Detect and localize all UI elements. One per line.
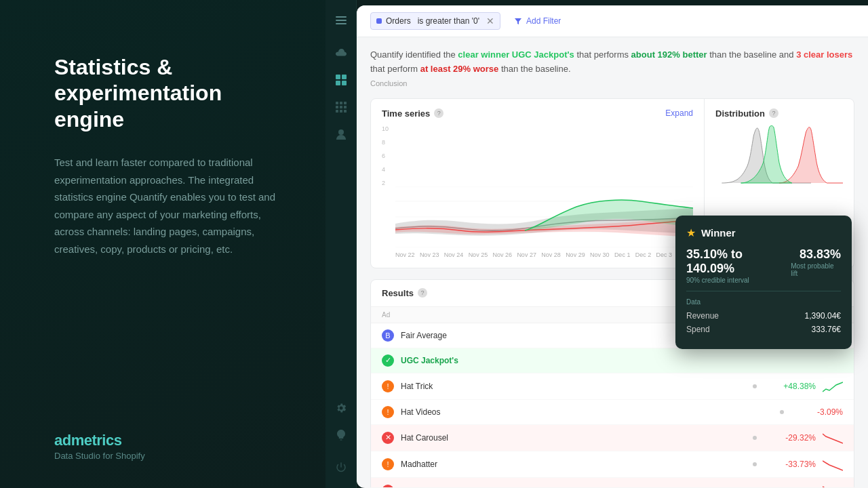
conclusion-label: Conclusion bbox=[370, 79, 854, 87]
svg-rect-3 bbox=[336, 75, 340, 79]
row-name-hat-carousel: Hat Carousel bbox=[401, 433, 741, 443]
star-icon: ★ bbox=[686, 226, 696, 239]
filter-icon bbox=[514, 17, 522, 25]
row-percent-hat-videos: -3.09% bbox=[795, 407, 843, 417]
winner-tooltip-label: Winner bbox=[701, 227, 736, 239]
row-icon-madhatter: ! bbox=[382, 458, 394, 470]
row-percent-madhatter: -33.73% bbox=[768, 460, 816, 469]
spend-row: Spend 333.76€ bbox=[686, 325, 841, 334]
brand-area: admetrics Data Studio for Shopify bbox=[54, 432, 285, 461]
distribution-help-icon[interactable]: ? bbox=[769, 108, 778, 118]
table-row[interactable]: ✕ Hat Carousel -29.32% bbox=[371, 425, 854, 451]
row-name-ugc2-video: UGC 2 Video bbox=[401, 486, 741, 487]
spend-value: 333.76€ bbox=[812, 325, 841, 334]
row-bar-hat-carousel bbox=[748, 436, 762, 440]
row-percent-hat-trick: +48.38% bbox=[768, 382, 816, 391]
revenue-value: 1,390.04€ bbox=[805, 311, 841, 321]
sidebar-icon-power[interactable] bbox=[329, 455, 353, 480]
sidebar-icon-user[interactable] bbox=[329, 122, 353, 146]
main-content: Orders is greater than '0' ✕ Add Filter … bbox=[357, 5, 868, 488]
sidebar-icon-menu[interactable] bbox=[329, 8, 353, 33]
row-name-hat-trick: Hat Trick bbox=[401, 382, 741, 391]
results-title: Results bbox=[382, 288, 414, 298]
svg-rect-6 bbox=[342, 81, 347, 85]
table-row[interactable]: ! Hat Videos -3.09% bbox=[371, 400, 854, 425]
row-icon-fair-average: B bbox=[382, 329, 394, 342]
svg-rect-2 bbox=[336, 23, 347, 24]
row-icon-ugc2-video: ✕ bbox=[382, 485, 394, 487]
x-axis-labels: Nov 22 Nov 23 Nov 24 Nov 25 Nov 26 Nov 2… bbox=[395, 251, 693, 258]
brand-name: admetrics bbox=[54, 432, 285, 449]
sidebar-icon-cloud[interactable] bbox=[329, 41, 353, 65]
filter-dot bbox=[376, 18, 382, 24]
svg-rect-13 bbox=[336, 110, 338, 113]
row-percent-hat-carousel: -29.32% bbox=[768, 433, 816, 443]
row-name-ugc-jackpot: UGC Jackpot's bbox=[401, 356, 768, 365]
svg-rect-5 bbox=[336, 81, 340, 85]
filter-close-icon[interactable]: ✕ bbox=[486, 16, 494, 26]
left-panel: Statistics &experimentation engine Test … bbox=[0, 0, 326, 488]
revenue-label: Revenue bbox=[686, 311, 719, 321]
results-help-icon[interactable]: ? bbox=[418, 288, 427, 298]
expand-button[interactable]: Expand bbox=[665, 108, 693, 118]
filter-tag-orders[interactable]: Orders is greater than '0' ✕ bbox=[370, 12, 500, 30]
time-series-title: Time series bbox=[382, 108, 430, 119]
loser-count-text: 3 clear losers bbox=[796, 49, 852, 60]
filter-tag-condition: is greater than '0' bbox=[418, 16, 479, 26]
svg-rect-0 bbox=[336, 16, 347, 18]
description-text: Test and learn faster compared to tradit… bbox=[54, 154, 285, 258]
add-filter-button[interactable]: Add Filter bbox=[509, 14, 566, 28]
table-row[interactable]: ! Madhatter -33.73% bbox=[371, 451, 854, 478]
lift-area: 83.83% Most probable lift bbox=[791, 247, 841, 284]
time-series-panel: Time series ? Expand 10 8 6 4 2 bbox=[371, 99, 705, 268]
row-bar-hat-videos bbox=[775, 410, 789, 414]
brand-subtitle: Data Studio for Shopify bbox=[54, 451, 285, 461]
mini-chart-madhatter bbox=[823, 458, 843, 471]
svg-rect-8 bbox=[340, 102, 342, 104]
svg-rect-11 bbox=[340, 106, 342, 108]
mini-chart-ugc2-video bbox=[823, 484, 843, 487]
row-icon-hat-carousel: ✕ bbox=[382, 432, 394, 444]
svg-rect-1 bbox=[336, 20, 347, 21]
filter-bar: Orders is greater than '0' ✕ Add Filter bbox=[357, 5, 868, 37]
mini-chart-hat-trick bbox=[823, 380, 843, 393]
table-row[interactable]: ✕ UGC 2 Video -36.18% bbox=[371, 478, 854, 487]
spend-label: Spend bbox=[686, 325, 710, 334]
distribution-svg bbox=[715, 125, 843, 186]
y-axis-labels: 10 8 6 4 2 bbox=[382, 125, 394, 186]
sidebar-icon-grid[interactable] bbox=[329, 95, 353, 119]
distribution-header: Distribution ? bbox=[715, 108, 843, 119]
winner-name-text: clear winner UGC Jackpot's bbox=[458, 49, 574, 60]
time-series-svg bbox=[395, 186, 693, 247]
data-section-label: Data bbox=[686, 298, 841, 306]
svg-rect-7 bbox=[336, 102, 338, 104]
lift-value: 83.83% bbox=[791, 247, 841, 262]
table-row[interactable]: ✓ UGC Jackpot's bbox=[371, 348, 854, 373]
icon-sidebar bbox=[326, 0, 357, 488]
add-filter-label: Add Filter bbox=[526, 16, 561, 26]
row-icon-hat-trick: ! bbox=[382, 380, 394, 392]
ci-label: 90% credible interval bbox=[686, 277, 791, 284]
sidebar-icon-bulb[interactable] bbox=[329, 423, 353, 447]
svg-point-16 bbox=[338, 129, 344, 135]
sidebar-icon-settings[interactable] bbox=[329, 396, 353, 420]
main-title: Statistics &experimentation engine bbox=[54, 54, 285, 132]
revenue-row: Revenue 1,390.04€ bbox=[686, 311, 841, 321]
mini-chart-hat-carousel bbox=[823, 431, 843, 445]
time-series-header: Time series ? Expand bbox=[382, 108, 693, 119]
conclusion-text: Quantify identified the clear winner UGC… bbox=[370, 48, 854, 77]
table-row[interactable]: ! Hat Trick +48.38% bbox=[371, 373, 854, 400]
time-series-chart-area: 10 8 6 4 2 bbox=[382, 125, 693, 250]
tooltip-divider bbox=[686, 291, 841, 291]
improvement-text: about 192% better bbox=[631, 49, 707, 60]
left-panel-content: Statistics &experimentation engine Test … bbox=[54, 54, 285, 258]
row-bar-madhatter bbox=[748, 462, 762, 466]
svg-rect-4 bbox=[342, 75, 347, 79]
row-icon-ugc-jackpot: ✓ bbox=[382, 354, 394, 367]
lift-label: Most probable lift bbox=[791, 262, 841, 277]
sidebar-icon-table[interactable] bbox=[329, 68, 353, 92]
tooltip-header: ★ Winner bbox=[686, 226, 841, 239]
time-series-help-icon[interactable]: ? bbox=[434, 108, 443, 118]
row-bar-hat-trick bbox=[748, 384, 762, 388]
svg-rect-10 bbox=[336, 106, 338, 108]
